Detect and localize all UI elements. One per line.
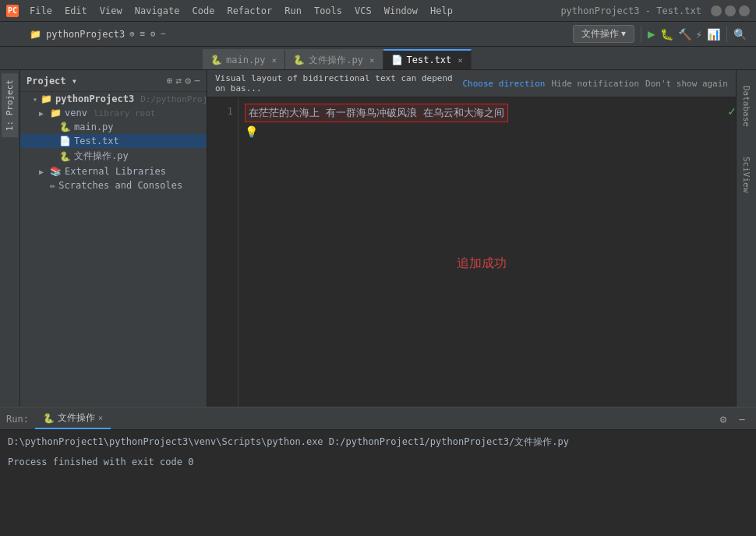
tree-label-project-path: D:/pythonProj [140, 94, 207, 104]
sync-icon[interactable]: ⇄ [176, 75, 182, 86]
notification-bar: Visual layout of bidirectional text can … [207, 70, 736, 97]
folder-icon-project: 📁 [41, 93, 52, 104]
minimize-button[interactable]: ─ [711, 5, 722, 16]
project-panel-tab[interactable]: 1: Project [2, 73, 18, 137]
file-tree-panel: Project ▾ ⊕ ⇄ ⚙ − ▾ 📁 pythonProject3 D:/… [20, 70, 207, 407]
add-icon[interactable]: ⊕ [167, 75, 173, 86]
maximize-button[interactable]: □ [725, 5, 736, 16]
tree-item-scratches[interactable]: ✏️ Scratches and Consoles [20, 178, 207, 192]
bottom-panel: Run: 🐍 文件操作 × ⚙ − D:\pythonProject1\pyth… [0, 407, 756, 536]
menu-run[interactable]: Run [280, 4, 306, 18]
tab-label-file-ops: 文件操作.py [309, 54, 363, 67]
menu-help[interactable]: Help [426, 4, 457, 18]
tree-label-venv: venv [65, 108, 87, 118]
tab-icon-main-py: 🐍 [210, 55, 222, 65]
line-number-1: 1 [212, 104, 233, 119]
editor-area: Visual layout of bidirectional text can … [207, 70, 736, 407]
sciview-panel-tab[interactable]: SciView [738, 150, 754, 199]
menu-code[interactable]: Code [188, 4, 220, 18]
tabs-bar: 🐍 main.py × 🐍 文件操作.py × 📄 Test.txt × [0, 47, 756, 70]
line-numbers: 1 [207, 97, 238, 407]
menu-view[interactable]: View [95, 4, 127, 18]
menu-bar: File Edit View Navigate Code Refactor Ru… [25, 4, 560, 18]
tree-label-project: pythonProject3 [55, 93, 134, 104]
bottom-tab-file-ops[interactable]: 🐍 文件操作 × [35, 408, 111, 429]
project-nav-icon: 📁 [30, 29, 41, 40]
bottom-tab-icon: 🐍 [43, 413, 55, 424]
hint-line: 💡 [245, 122, 730, 139]
file-icon-test-txt: 📄 [59, 136, 71, 146]
code-area[interactable]: 在茫茫的大海上 有一群海鸟冲破风浪 在乌云和大海之间 💡 [238, 97, 736, 407]
menu-file[interactable]: File [25, 4, 57, 18]
menu-vcs[interactable]: VCS [350, 4, 376, 18]
tree-item-file-ops[interactable]: 🐍 文件操作.py [20, 148, 207, 164]
tab-label-main-py: main.py [226, 55, 266, 65]
choose-direction-button[interactable]: Choose direction [462, 79, 545, 89]
code-line-1: 在茫茫的大海上 有一群海鸟冲破风浪 在乌云和大海之间 [245, 104, 730, 122]
folder-icon-venv: 📁 [50, 108, 62, 118]
separator [641, 26, 641, 42]
close-button[interactable]: × [739, 5, 750, 16]
hint-bulb-icon: 💡 [245, 124, 258, 139]
tree-label-scratches: Scratches and Consoles [58, 180, 182, 191]
tab-icon-test-txt: 📄 [391, 55, 403, 65]
dont-show-again-button[interactable]: Don't show again [645, 79, 728, 89]
debug-button[interactable]: 🐛 [660, 28, 673, 41]
notification-text: Visual layout of bidirectional text can … [215, 73, 456, 93]
tab-file-ops-py[interactable]: 🐍 文件操作.py × [285, 49, 383, 69]
file-tree-header: Project ▾ ⊕ ⇄ ⚙ − [20, 70, 207, 92]
tree-item-test-txt[interactable]: 📄 Test.txt [20, 134, 207, 148]
left-side-panel: 1: Project [0, 70, 20, 407]
menu-edit[interactable]: Edit [60, 4, 92, 18]
file-icon-main-py: 🐍 [59, 122, 71, 132]
separator2 [726, 26, 727, 42]
file-tree-actions: ⊕ ⇄ ⚙ − [167, 75, 200, 86]
menu-refactor[interactable]: Refactor [222, 4, 277, 18]
profile-button[interactable]: ⚡ [696, 28, 702, 41]
tree-item-project[interactable]: ▾ 📁 pythonProject3 D:/pythonProj [20, 92, 207, 106]
search-everywhere-icon[interactable]: 🔍 [733, 28, 747, 41]
analyze-button[interactable]: 📊 [707, 28, 720, 41]
check-mark-icon: ✓ [728, 104, 736, 118]
main-area: 1: Project Project ▾ ⊕ ⇄ ⚙ − ▾ 📁 pythonP… [0, 70, 756, 407]
tab-label-test-txt: Test.txt [407, 55, 452, 65]
file-icon-file-ops: 🐍 [59, 151, 71, 162]
menu-navigate[interactable]: Navigate [130, 4, 185, 18]
settings-icon[interactable]: ⚙ [185, 75, 191, 86]
run-output: D:\pythonProject1\pythonProject3\venv\Sc… [0, 430, 756, 474]
build-button[interactable]: 🔨 [678, 28, 691, 41]
menu-tools[interactable]: Tools [309, 4, 347, 18]
bottom-tab-close[interactable]: × [98, 414, 103, 422]
tree-label-external-libs: External Libraries [65, 166, 166, 177]
file-ops-button[interactable]: 文件操作 ▾ [573, 25, 634, 43]
file-tree-title[interactable]: Project ▾ [26, 76, 77, 86]
right-side-panel: Database SciView [736, 70, 756, 407]
hide-notification-button[interactable]: Hide notification [551, 79, 639, 89]
database-panel-tab[interactable]: Database [738, 79, 754, 133]
tree-item-main-py[interactable]: 🐍 main.py [20, 120, 207, 134]
tree-item-external-libs[interactable]: ▶ 📚 External Libraries [20, 164, 207, 178]
tab-close-file-ops[interactable]: × [369, 55, 375, 65]
tab-close-test-txt[interactable]: × [457, 55, 463, 65]
folder-icon-scratches: ✏️ [50, 180, 55, 191]
tab-close-main-py[interactable]: × [272, 55, 277, 65]
editor-content[interactable]: 1 在茫茫的大海上 有一群海鸟冲破风浪 在乌云和大海之间 💡 ✓ [207, 97, 736, 407]
project-name-label: pythonProject3 [46, 29, 125, 40]
tab-test-txt[interactable]: 📄 Test.txt × [383, 49, 472, 69]
bottom-tab-label: 文件操作 [58, 411, 95, 425]
run-button-toolbar[interactable]: ▶ [648, 26, 655, 41]
folder-icon-external: 📚 [50, 166, 62, 177]
tree-label-venv-suffix: library root [94, 108, 155, 118]
menu-window[interactable]: Window [380, 4, 422, 18]
tab-icon-file-ops: 🐍 [293, 55, 305, 65]
tree-label-file-ops: 文件操作.py [74, 150, 129, 163]
tree-item-venv[interactable]: ▶ 📁 venv library root [20, 106, 207, 120]
minimize-tree-icon[interactable]: − [194, 75, 200, 86]
run-command-path: D:\pythonProject1\pythonProject3\venv\Sc… [8, 435, 748, 449]
minimize-bottom-icon[interactable]: − [734, 411, 750, 427]
selected-text: 在茫茫的大海上 有一群海鸟冲破风浪 在乌云和大海之间 [245, 104, 508, 122]
tab-main-py[interactable]: 🐍 main.py × [203, 49, 285, 69]
settings-bottom-icon[interactable]: ⚙ [715, 411, 731, 427]
toolbar-icons: ⊕ ≡ ⚙ − [129, 29, 165, 39]
window-controls: ─ □ × [711, 5, 750, 16]
